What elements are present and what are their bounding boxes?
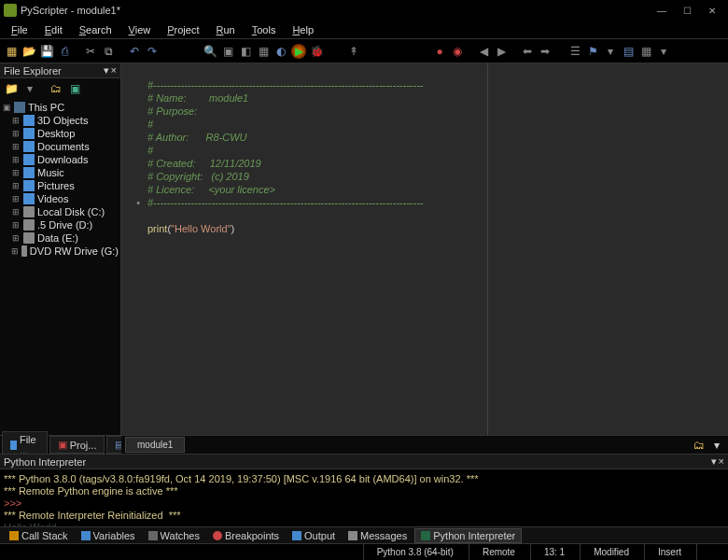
tree-item[interactable]: ⊞Documents <box>2 140 119 153</box>
tree-root-label: This PC <box>28 102 64 113</box>
v1-icon[interactable]: ☰ <box>567 44 582 59</box>
status-remote: Remote <box>469 544 528 560</box>
v6-icon[interactable]: ▾ <box>656 44 671 59</box>
tree-item[interactable]: ⊞Music <box>2 166 119 179</box>
run-icon[interactable]: ▶ <box>291 44 306 59</box>
tree-item[interactable]: ⊞.5 Drive (D:) <box>2 218 119 231</box>
step-icon[interactable]: ↟ <box>346 44 361 59</box>
tree-item[interactable]: ⊞Pictures <box>2 179 119 192</box>
tool2-icon[interactable]: ◧ <box>238 44 253 59</box>
code-content[interactable]: #---------------------------------------… <box>144 63 728 435</box>
undo-icon[interactable]: ↶ <box>127 44 142 59</box>
saveall-icon[interactable]: ⎙ <box>57 44 72 59</box>
panel-close-icon[interactable]: × <box>111 64 117 77</box>
expand-icon[interactable]: ▣ <box>2 103 11 112</box>
interpreter-output[interactable]: *** Python 3.8.0 (tags/v3.8.0:fa919fd, O… <box>0 469 728 526</box>
tree-item[interactable]: ⊞Data (E:) <box>2 231 119 245</box>
tab-menu-icon[interactable]: ▾ <box>709 438 724 453</box>
expand-icon[interactable]: ⊞ <box>11 168 21 177</box>
search-icon[interactable]: 🔍 <box>203 44 217 59</box>
nav1-icon[interactable]: ◀ <box>476 44 491 59</box>
tab-python-interpreter[interactable]: Python Interpreter <box>414 528 522 543</box>
v4-icon[interactable]: ▤ <box>621 44 636 59</box>
new-icon[interactable]: ▦ <box>4 44 19 59</box>
tree-item[interactable]: ⊞Downloads <box>2 153 119 166</box>
gutter: • <box>121 63 144 435</box>
fe-view-icon[interactable]: 🗂 <box>49 81 63 96</box>
rec2-icon[interactable]: ◉ <box>450 44 465 59</box>
expand-icon[interactable]: ⊞ <box>11 246 19 256</box>
tab-watches[interactable]: Watches <box>143 529 205 542</box>
tool4-icon[interactable]: ◐ <box>273 44 288 59</box>
fe-up-icon[interactable]: ▾ <box>22 81 37 96</box>
file-tab-proj[interactable]: ▣Proj... <box>49 436 105 454</box>
editor-tab-module1[interactable]: module1 <box>125 437 185 453</box>
fe-back-icon[interactable]: 📁 <box>4 81 19 96</box>
menu-search[interactable]: Search <box>72 22 119 37</box>
v5-icon[interactable]: ▦ <box>638 44 653 59</box>
maximize-button[interactable]: ☐ <box>675 3 699 18</box>
tab-list-icon[interactable]: 🗂 <box>692 438 707 453</box>
tree-item[interactable]: ⊞Desktop <box>2 127 119 140</box>
nav4-icon[interactable]: ➡ <box>538 44 553 59</box>
nav2-icon[interactable]: ▶ <box>494 44 509 59</box>
editor-split[interactable] <box>487 63 488 435</box>
redo-icon[interactable]: ↷ <box>145 44 160 59</box>
tree-item[interactable]: ⊞Local Disk (C:) <box>2 205 119 218</box>
menu-run[interactable]: Run <box>209 22 243 37</box>
minimize-button[interactable]: — <box>650 3 674 18</box>
menu-view[interactable]: View <box>121 22 159 37</box>
v2-icon[interactable]: ⚑ <box>585 44 600 59</box>
tree-item[interactable]: ⊞3D Objects <box>2 114 119 127</box>
expand-icon[interactable]: ⊞ <box>11 233 21 243</box>
debug-icon[interactable]: 🐞 <box>309 44 324 59</box>
file-explorer: File Explorer ▾× 📁 ▾ 🗂 ▣ ▣ This PC ⊞3D O… <box>0 63 121 454</box>
expand-icon[interactable]: ⊞ <box>11 207 21 217</box>
panel-close-icon[interactable]: × <box>719 455 724 468</box>
interpreter-panel: Python Interpreter ▾× *** Python 3.8.0 (… <box>0 454 728 526</box>
nav3-icon[interactable]: ⬅ <box>520 44 535 59</box>
folder-icon <box>23 128 35 139</box>
tree-root[interactable]: ▣ This PC <box>2 101 119 114</box>
open-icon[interactable]: 📂 <box>21 44 36 59</box>
fe-filter-icon[interactable]: ▣ <box>67 81 82 96</box>
expand-icon[interactable]: ⊞ <box>11 155 21 164</box>
watch-icon <box>148 531 158 540</box>
menu-file[interactable]: File <box>4 22 35 37</box>
menu-tools[interactable]: Tools <box>245 22 284 37</box>
tree-label: .5 Drive (D:) <box>37 219 92 231</box>
tree-label: Desktop <box>37 128 75 139</box>
expand-icon[interactable]: ⊞ <box>11 116 21 125</box>
menu-project[interactable]: Project <box>160 22 206 37</box>
tab-callstack[interactable]: Call Stack <box>4 529 74 542</box>
file-tree[interactable]: ▣ This PC ⊞3D Objects⊞Desktop⊞Documents⊞… <box>0 99 120 435</box>
tab-breakpoints[interactable]: Breakpoints <box>207 529 285 542</box>
tree-item[interactable]: ⊞DVD RW Drive (G:) <box>2 245 119 258</box>
save-icon[interactable]: 💾 <box>39 44 54 59</box>
expand-icon[interactable]: ⊞ <box>11 129 21 138</box>
panel-dropdown-icon[interactable]: ▾ <box>104 64 109 77</box>
tool1-icon[interactable]: ▣ <box>220 44 235 59</box>
tool3-icon[interactable]: ▦ <box>256 44 271 59</box>
cut-icon[interactable]: ✂ <box>83 44 98 59</box>
tree-item[interactable]: ⊞Videos <box>2 192 119 205</box>
folder-icon <box>23 115 35 126</box>
expand-icon[interactable]: ⊞ <box>11 142 21 151</box>
menu-help[interactable]: Help <box>285 22 321 37</box>
expand-icon[interactable]: ⊞ <box>11 194 21 203</box>
copy-icon[interactable]: ⧉ <box>101 44 116 59</box>
expand-icon[interactable]: ⊞ <box>11 220 21 230</box>
v3-icon[interactable]: ▾ <box>603 44 618 59</box>
disk-icon <box>23 206 35 217</box>
tab-output[interactable]: Output <box>287 529 341 542</box>
expand-icon[interactable]: ⊞ <box>11 181 21 190</box>
panel-dropdown-icon[interactable]: ▾ <box>711 455 717 468</box>
code-editor[interactable]: • #-------------------------------------… <box>121 63 728 435</box>
tab-variables[interactable]: Variables <box>76 529 141 542</box>
editor-tabs: module1 🗂 ▾ <box>121 435 728 454</box>
rec1-icon[interactable]: ● <box>432 44 447 59</box>
tab-messages[interactable]: Messages <box>343 529 413 542</box>
close-button[interactable]: ✕ <box>700 3 724 18</box>
app-icon <box>4 4 17 17</box>
menu-edit[interactable]: Edit <box>37 22 70 37</box>
